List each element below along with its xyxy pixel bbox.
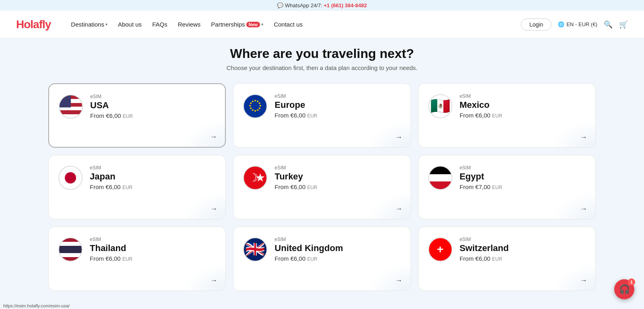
esim-label-thailand: eSIM: [90, 237, 216, 242]
svg-point-5: [259, 107, 260, 109]
new-badge: New: [246, 22, 260, 27]
svg-point-4: [260, 105, 261, 106]
arrow-icon-europe: →: [395, 133, 402, 142]
dest-name-switzerland: Switzerland: [460, 243, 586, 253]
dest-card-uk[interactable]: 🇬🇧 eSIM United Kingdom From €6,00 EUR →: [233, 227, 411, 291]
flag-japan: [58, 166, 83, 190]
dest-name-thailand: Thailand: [90, 243, 216, 253]
dest-card-thailand[interactable]: eSIM Thailand From €6,00 EUR →: [48, 227, 226, 291]
dest-price-turkey: From €6,00 EUR: [275, 183, 400, 190]
flag-uk: 🇬🇧: [243, 237, 267, 262]
language-label: EN - EUR (€): [566, 21, 597, 27]
logo[interactable]: Holafly: [16, 18, 51, 31]
esim-label-mexico: eSIM: [460, 93, 586, 99]
destinations-grid: eSIM USA From €6,00 EUR →: [48, 83, 596, 291]
dest-name-egypt: Egypt: [460, 171, 586, 182]
whatsapp-icon: 💬: [277, 2, 283, 8]
arrow-icon-uk: →: [395, 276, 402, 285]
nav-destinations[interactable]: Destinations ▾: [67, 18, 111, 31]
flag-thailand: [58, 237, 83, 262]
dest-card-turkey[interactable]: ☽★ eSIM Turkey From €6,00 EUR →: [233, 155, 411, 219]
svg-point-11: [250, 102, 252, 104]
svg-point-2: [257, 100, 259, 102]
arrow-icon-usa: →: [210, 133, 217, 141]
search-button[interactable]: 🔍: [604, 20, 613, 29]
headset-icon: 🎧: [619, 284, 630, 295]
flag-mexico: 🇲🇽: [428, 94, 452, 118]
logo-text: Holafly: [16, 18, 51, 31]
dest-card-europe[interactable]: eSIM Europe From €6,00 EUR →: [233, 83, 411, 148]
svg-point-1: [254, 100, 256, 101]
esim-label-egypt: eSIM: [460, 165, 586, 171]
flag-europe: [243, 94, 267, 118]
dest-name-mexico: Mexico: [460, 100, 586, 110]
dest-price-europe: From €6,00 EUR: [275, 112, 400, 119]
nav-partnerships-label: Partnerships: [211, 21, 245, 28]
status-bar: https://esim.holafly.com/esim-usa/: [0, 303, 73, 307]
chat-bubble-button[interactable]: 🎧 1: [614, 279, 634, 299]
esim-label-usa: eSIM: [90, 94, 215, 99]
nav-about-label: About us: [118, 21, 142, 28]
dest-name-uk: United Kingdom: [275, 243, 400, 253]
top-bar: 💬 WhatsApp 24/7: +1 (661) 384-8482: [0, 0, 644, 11]
chevron-down-icon-2: ▾: [261, 22, 263, 27]
svg-point-9: [250, 107, 252, 109]
nav-contact[interactable]: Contact us: [270, 18, 307, 31]
dest-name-usa: USA: [90, 100, 215, 111]
dest-card-switzerland[interactable]: eSIM Switzerland From €6,00 EUR →: [418, 227, 596, 291]
status-url: https://esim.holafly.com/esim-usa/: [3, 303, 70, 307]
whatsapp-text: WhatsApp 24/7:: [285, 2, 322, 8]
chat-badge: 1: [628, 278, 635, 286]
dest-card-mexico[interactable]: 🇲🇽 eSIM Mexico From €6,00 EUR →: [418, 83, 596, 148]
nav-faqs[interactable]: FAQs: [148, 18, 171, 31]
nav-partnerships[interactable]: Partnerships New ▾: [207, 18, 267, 31]
dest-price-thailand: From €6,00 EUR: [90, 255, 216, 262]
page-title: Where are you traveling next?: [48, 46, 596, 61]
dest-card-usa[interactable]: eSIM USA From €6,00 EUR →: [48, 83, 226, 148]
cart-button[interactable]: 🛒: [619, 20, 628, 29]
login-button[interactable]: Login: [521, 19, 551, 31]
header-right: Login 🌐 EN - EUR (€) 🔍 🛒: [521, 19, 628, 31]
arrow-icon-egypt: →: [580, 205, 587, 213]
nav-destinations-label: Destinations: [71, 21, 104, 28]
page-heading: Where are you traveling next?: [48, 46, 596, 61]
esim-label-turkey: eSIM: [275, 165, 400, 171]
arrow-icon-turkey: →: [395, 205, 402, 213]
svg-point-3: [259, 102, 260, 104]
dest-price-mexico: From €6,00 EUR: [460, 112, 586, 119]
dest-price-japan: From €6,00 EUR: [90, 183, 216, 190]
flag-usa: [59, 95, 83, 119]
esim-label-switzerland: eSIM: [460, 237, 586, 242]
esim-label-uk: eSIM: [275, 237, 400, 242]
nav-about[interactable]: About us: [114, 18, 146, 31]
header: Holafly Destinations ▾ About us FAQs Rev…: [0, 11, 644, 38]
flag-egypt: [428, 166, 452, 190]
chevron-down-icon: ▾: [105, 22, 107, 27]
whatsapp-number[interactable]: +1 (661) 384-8482: [324, 2, 367, 8]
svg-point-8: [252, 109, 254, 111]
nav-reviews[interactable]: Reviews: [174, 18, 205, 31]
svg-point-10: [250, 105, 251, 106]
dest-name-europe: Europe: [275, 100, 400, 110]
dest-price-usa: From €6,00 EUR: [90, 112, 215, 119]
arrow-icon-switzerland: →: [580, 276, 587, 285]
dest-card-japan[interactable]: eSIM Japan From €6,00 EUR →: [48, 155, 226, 219]
arrow-icon-mexico: →: [580, 133, 587, 142]
svg-point-7: [254, 110, 256, 111]
nav-contact-label: Contact us: [274, 21, 303, 28]
dest-price-uk: From €6,00 EUR: [275, 255, 400, 262]
esim-label-europe: eSIM: [275, 93, 400, 99]
dest-name-japan: Japan: [90, 171, 216, 182]
nav-reviews-label: Reviews: [178, 21, 201, 28]
nav-faqs-label: FAQs: [152, 21, 167, 28]
main-nav: Destinations ▾ About us FAQs Reviews Par…: [67, 18, 521, 31]
globe-icon: 🌐: [558, 21, 564, 27]
flag-switzerland: [428, 237, 452, 262]
dest-name-turkey: Turkey: [275, 171, 400, 182]
dest-price-egypt: From €7,00 EUR: [460, 183, 586, 190]
page-subheading: Choose your destination first, then a da…: [48, 64, 596, 71]
dest-card-egypt[interactable]: eSIM Egypt From €7,00 EUR →: [418, 155, 596, 219]
language-selector[interactable]: 🌐 EN - EUR (€): [558, 21, 597, 27]
svg-point-12: [252, 100, 254, 102]
main-content: Where are you traveling next? Choose you…: [40, 38, 604, 307]
